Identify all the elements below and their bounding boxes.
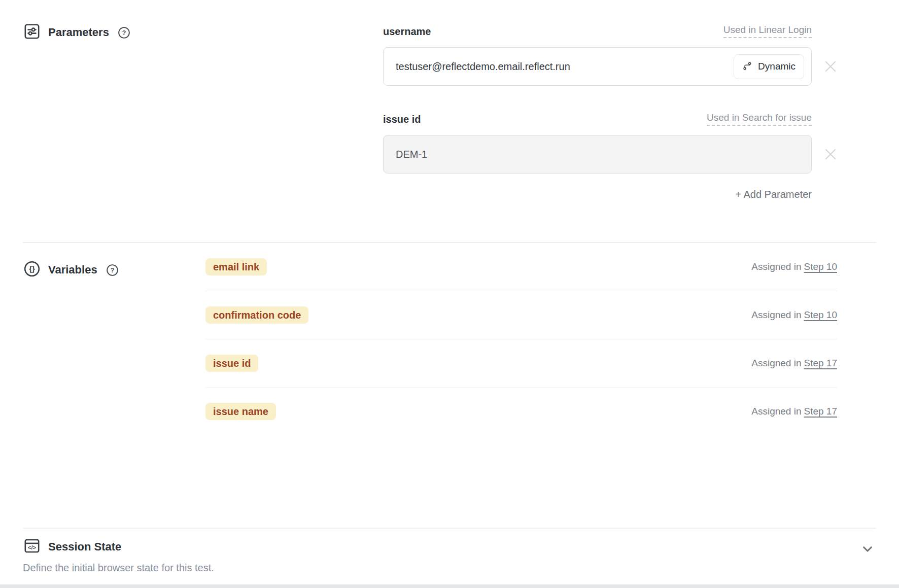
variable-row: email link Assigned inStep 10	[205, 243, 837, 291]
variable-row: confirmation code Assigned inStep 10	[205, 291, 837, 339]
variables-header: {} Variables ?	[23, 260, 119, 280]
assigned-prefix: Assigned in	[751, 261, 801, 272]
connector-icon	[742, 60, 753, 74]
assigned-prefix: Assigned in	[751, 309, 801, 320]
parameter-input-wrap: DEM-1	[383, 135, 812, 174]
parameters-list: username Used in Linear Login testuser@r…	[383, 0, 812, 200]
variables-list: email link Assigned inStep 10 confirmati…	[205, 243, 837, 435]
variables-title: Variables	[48, 263, 97, 276]
assigned-in-text: Assigned inStep 10	[751, 309, 837, 321]
parameter-row-issue-id: issue id Used in Search for issue DEM-1	[383, 112, 812, 174]
assigned-in-text: Assigned inStep 17	[751, 406, 837, 417]
username-input[interactable]: testuser@reflectdemo.email.reflect.run D…	[383, 47, 812, 86]
parameter-name-label: issue id	[383, 113, 421, 126]
assigned-prefix: Assigned in	[751, 358, 801, 368]
parameter-input-wrap: testuser@reflectdemo.email.reflect.run D…	[383, 47, 812, 86]
variable-row: issue name Assigned inStep 17	[205, 388, 837, 435]
svg-text:</>: </>	[28, 544, 37, 550]
assigned-in-text: Assigned inStep 17	[751, 358, 837, 369]
session-state-title: Session State	[48, 540, 121, 554]
chevron-down-icon[interactable]	[859, 541, 876, 559]
test-settings-page: Parameters ? username Used in Linear Log…	[0, 0, 899, 588]
dynamic-button-label: Dynamic	[758, 61, 796, 72]
dynamic-button[interactable]: Dynamic	[734, 54, 804, 79]
add-parameter-button[interactable]: + Add Parameter	[383, 189, 812, 200]
help-circle-icon[interactable]: ?	[106, 263, 119, 277]
braces-circle-icon: {}	[23, 260, 41, 280]
svg-text:{}: {}	[29, 264, 35, 273]
used-in-link[interactable]: Used in Linear Login	[723, 24, 812, 38]
parameter-label-row: issue id Used in Search for issue	[383, 112, 812, 126]
sliders-icon	[23, 22, 41, 43]
step-link[interactable]: Step 10	[804, 261, 838, 272]
used-in-link[interactable]: Used in Search for issue	[707, 112, 812, 126]
variable-badge[interactable]: issue id	[205, 355, 258, 372]
issue-id-value: DEM-1	[396, 149, 427, 160]
parameter-name-label: username	[383, 25, 431, 38]
variable-badge[interactable]: email link	[205, 258, 267, 275]
remove-parameter-icon[interactable]	[822, 58, 839, 75]
session-state-header: </> Session State	[23, 537, 876, 557]
browser-code-icon: </>	[23, 537, 41, 557]
svg-text:?: ?	[122, 29, 126, 37]
issue-id-input[interactable]: DEM-1	[383, 135, 812, 174]
variable-badge[interactable]: confirmation code	[205, 306, 308, 324]
variable-badge[interactable]: issue name	[205, 403, 276, 420]
step-link[interactable]: Step 10	[804, 309, 838, 320]
help-circle-icon[interactable]: ?	[117, 26, 131, 40]
parameter-label-row: username Used in Linear Login	[383, 24, 812, 38]
step-link[interactable]: Step 17	[804, 406, 838, 417]
svg-text:?: ?	[110, 267, 114, 274]
parameters-header: Parameters ?	[23, 22, 131, 43]
variables-section: {} Variables ? email link Assigned inSte…	[0, 243, 899, 528]
parameter-row-username: username Used in Linear Login testuser@r…	[383, 24, 812, 86]
parameters-title: Parameters	[48, 26, 109, 39]
session-state-subtitle: Define the initial browser state for thi…	[23, 562, 876, 574]
remove-parameter-icon[interactable]	[822, 146, 839, 163]
session-state-section: </> Session State Define the initial bro…	[0, 529, 899, 574]
next-section-edge	[0, 584, 899, 588]
step-link[interactable]: Step 17	[804, 358, 838, 368]
assigned-prefix: Assigned in	[751, 406, 801, 417]
username-value: testuser@reflectdemo.email.reflect.run	[396, 61, 570, 73]
assigned-in-text: Assigned inStep 10	[751, 261, 837, 272]
parameters-section: Parameters ? username Used in Linear Log…	[0, 0, 899, 242]
variable-row: issue id Assigned inStep 17	[205, 339, 837, 388]
